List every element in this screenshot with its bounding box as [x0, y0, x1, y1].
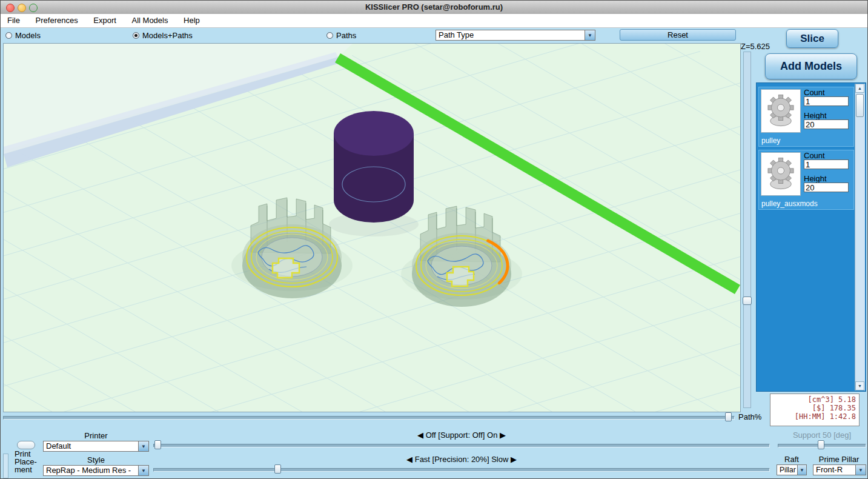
- reset-button-label: Reset: [668, 30, 688, 39]
- z-slider-thumb[interactable]: [743, 296, 752, 305]
- support-deg-slider[interactable]: [778, 440, 866, 450]
- precision-slider-label: ◀ Fast [Precision: 20%] Slow ▶: [153, 455, 770, 464]
- prime-pillar-select[interactable]: Front-R ▼: [813, 464, 866, 475]
- path-type-select[interactable]: Path Type ▼: [436, 30, 595, 41]
- model-list-item-pulley[interactable]: Count Height pulley: [758, 87, 854, 147]
- count-label: Count: [804, 151, 825, 160]
- view-mode-models[interactable]: Models: [5, 31, 41, 40]
- menu-item-preferences[interactable]: Preferences: [29, 14, 85, 27]
- menubar: File Preferences Export All Models Help: [1, 14, 867, 28]
- chevron-down-icon: ▼: [797, 465, 806, 475]
- menu-item-help[interactable]: Help: [177, 14, 207, 27]
- model-list-scrollbar[interactable]: ▲ ▼: [855, 84, 865, 390]
- height-label: Height: [804, 174, 827, 183]
- window-title: KISSlicer PRO (setar@roboforum.ru): [1, 2, 867, 12]
- menu-item-export[interactable]: Export: [87, 14, 123, 27]
- style-value: RepRap - Medium Res -: [46, 466, 137, 475]
- printer-value: Default: [46, 441, 137, 451]
- height-input[interactable]: [804, 183, 849, 192]
- z-slider[interactable]: [743, 52, 751, 408]
- count-input[interactable]: [804, 159, 849, 169]
- printer-label: Printer: [43, 431, 149, 440]
- support-deg-thumb[interactable]: [818, 440, 824, 449]
- z-readout: Z=5.625: [741, 42, 770, 51]
- raft-value: Pillar: [780, 465, 797, 475]
- scroll-up-icon[interactable]: ▲: [855, 84, 864, 93]
- add-models-button-label: Add Models: [780, 60, 842, 73]
- raft-label: Raft: [777, 455, 807, 464]
- chevron-down-icon: ▼: [585, 30, 595, 40]
- prime-pillar-model[interactable]: [334, 111, 414, 223]
- titlebar: KISSlicer PRO (setar@roboforum.ru): [1, 1, 867, 15]
- chevron-down-icon: ▼: [138, 441, 148, 451]
- slider-groove: [153, 468, 770, 472]
- view-mode-paths[interactable]: Paths: [326, 31, 356, 40]
- prime-pillar-label: Prime Pillar: [810, 455, 868, 464]
- path-percent-slider[interactable]: [3, 412, 735, 422]
- stats-volume: [cm^3] 5.18: [774, 395, 856, 404]
- print-placement-line3: ment: [15, 466, 37, 474]
- viewport-3d[interactable]: [3, 43, 741, 412]
- radio-icon: [5, 32, 12, 39]
- app-window: KISSlicer PRO (setar@roboforum.ru) File …: [0, 0, 868, 479]
- support-slider[interactable]: [153, 440, 770, 450]
- path-percent-label: Path%: [738, 412, 761, 421]
- height-input[interactable]: [804, 119, 849, 129]
- style-select[interactable]: RepRap - Medium Res - ▼: [43, 465, 149, 476]
- count-input[interactable]: [804, 96, 849, 106]
- view-mode-models-paths[interactable]: Models+Paths: [133, 31, 193, 40]
- radio-selected-icon: [133, 32, 139, 39]
- support-slider-label: ◀ Off [Support: Off] On ▶: [153, 430, 770, 440]
- model-list-item-pulley-ausxmods[interactable]: Count Height pulley_ausxmods: [758, 150, 854, 210]
- support-slider-thumb[interactable]: [154, 440, 161, 449]
- menu-item-all-models[interactable]: All Models: [125, 14, 175, 27]
- slider-groove: [3, 416, 735, 420]
- stats-time: [HH:MM] 1:42.8: [774, 412, 856, 421]
- support-deg-label: Support 50 [deg]: [778, 430, 866, 440]
- slice-button-label: Slice: [800, 33, 824, 45]
- model-name: pulley: [761, 136, 780, 145]
- model-thumbnail: [761, 152, 801, 196]
- gear-thumbnail-icon: [761, 90, 800, 132]
- print-placement-label: Print Place- ment: [15, 450, 37, 474]
- add-models-button[interactable]: Add Models: [765, 53, 857, 79]
- radio-icon: [326, 32, 333, 39]
- scrollbar-thumb[interactable]: [856, 94, 864, 117]
- placement-button[interactable]: [17, 441, 35, 449]
- model-thumbnail: [761, 89, 801, 133]
- chevron-down-icon: ▼: [855, 465, 866, 475]
- chevron-down-icon: ▼: [138, 466, 148, 475]
- precision-slider-thumb[interactable]: [274, 464, 281, 474]
- model-list-panel: Count Height pulley Count Height pulley_…: [756, 82, 866, 392]
- stats-cost: [$] 178.35: [774, 404, 856, 412]
- view-mode-models-label: Models: [15, 31, 41, 40]
- printer-select[interactable]: Default ▼: [43, 441, 149, 452]
- path-type-value: Path Type: [439, 30, 584, 40]
- slider-groove: [153, 444, 770, 447]
- menu-item-file[interactable]: File: [1, 14, 27, 27]
- raft-select[interactable]: Pillar ▼: [777, 464, 807, 475]
- precision-slider[interactable]: [153, 464, 770, 474]
- placement-scrollbar[interactable]: [3, 454, 8, 478]
- scene-svg: [4, 44, 740, 412]
- count-label: Count: [804, 88, 825, 97]
- reset-button[interactable]: Reset: [620, 29, 736, 41]
- model-name: pulley_ausxmods: [761, 199, 818, 208]
- slice-button[interactable]: Slice: [786, 29, 838, 48]
- gear-thumbnail-icon: [761, 153, 800, 195]
- style-label: Style: [43, 455, 149, 464]
- view-mode-paths-label: Paths: [336, 31, 356, 40]
- height-label: Height: [804, 111, 827, 120]
- print-stats-box: [cm^3] 5.18 [$] 178.35 [HH:MM] 1:42.8: [770, 394, 860, 426]
- prime-pillar-value: Front-R: [816, 465, 855, 475]
- path-percent-thumb[interactable]: [725, 412, 732, 421]
- scroll-down-icon[interactable]: ▼: [855, 381, 864, 390]
- view-mode-models-paths-label: Models+Paths: [142, 31, 193, 40]
